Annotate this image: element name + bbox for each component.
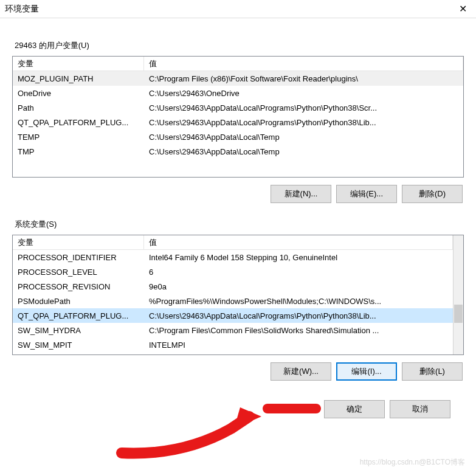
cell-variable: OneDrive xyxy=(13,88,144,99)
cell-value: C:\Program Files (x86)\Foxit Software\Fo… xyxy=(144,73,463,85)
cell-variable: TEMP xyxy=(13,131,144,143)
cell-value: C:\Users\29463\AppData\Local\Programs\Py… xyxy=(144,117,463,128)
user-delete-button[interactable]: 删除(D) xyxy=(402,185,463,203)
close-icon: ✕ xyxy=(459,3,467,15)
table-row[interactable]: PathC:\Users\29463\AppData\Local\Program… xyxy=(13,100,463,115)
cell-variable: PROCESSOR_IDENTIFIER xyxy=(13,252,144,263)
cell-variable: SW_SIM_MPIT xyxy=(13,339,144,351)
cancel-button[interactable]: 取消 xyxy=(390,400,450,418)
cell-variable: PROCESSOR_REVISION xyxy=(13,281,144,292)
user-vars-table: 变量 值 MOZ_PLUGIN_PATHC:\Program Files (x8… xyxy=(12,56,464,178)
close-button[interactable]: ✕ xyxy=(449,0,476,18)
scrollbar-thumb[interactable] xyxy=(454,305,463,323)
table-row[interactable]: SW_SIM_HYDRAC:\Program Files\Common File… xyxy=(13,323,453,337)
table-row[interactable]: QT_QPA_PLATFORM_PLUG...C:\Users\29463\Ap… xyxy=(13,115,463,130)
system-vars-buttons: 新建(W)... 编辑(I)... 删除(L) xyxy=(12,362,464,381)
table-row[interactable]: QT_QPA_PLATFORM_PLUG...C:\Users\29463\Ap… xyxy=(13,308,453,323)
system-vars-table: 变量 值 PROCESSOR_IDENTIFIERIntel64 Family … xyxy=(12,235,464,355)
titlebar: 环境变量 ✕ xyxy=(0,0,476,18)
table-row[interactable]: MOZ_PLUGIN_PATHC:\Program Files (x86)\Fo… xyxy=(13,71,463,86)
system-new-button[interactable]: 新建(W)... xyxy=(271,362,331,381)
user-vars-label: 29463 的用户变量(U) xyxy=(15,40,464,51)
user-vars-buttons: 新建(N)... 编辑(E)... 删除(D) xyxy=(12,185,464,203)
system-delete-button[interactable]: 删除(L) xyxy=(402,362,463,381)
table-row[interactable]: OneDriveC:\Users\29463\OneDrive xyxy=(13,86,463,100)
scrollbar[interactable] xyxy=(453,235,463,354)
column-value[interactable]: 值 xyxy=(144,57,463,71)
cell-value: C:\Program Files\Common Files\SolidWorks… xyxy=(144,325,453,336)
cell-value: C:\Users\29463\AppData\Local\Temp xyxy=(144,146,463,157)
user-new-button[interactable]: 新建(N)... xyxy=(271,185,331,203)
cell-value: INTELMPI xyxy=(144,339,453,351)
dialog-content: 29463 的用户变量(U) 变量 值 MOZ_PLUGIN_PATHC:\Pr… xyxy=(0,18,476,427)
watermark: https://blog.csdn.n@B1CTO博客 xyxy=(360,457,465,468)
user-vars-rows: MOZ_PLUGIN_PATHC:\Program Files (x86)\Fo… xyxy=(13,71,463,159)
cell-value: C:\Users\29463\AppData\Local\Programs\Py… xyxy=(144,102,463,114)
cell-value: C:\Users\29463\OneDrive xyxy=(144,88,463,99)
table-row[interactable]: PROCESSOR_IDENTIFIERIntel64 Family 6 Mod… xyxy=(13,250,453,264)
cell-value: C:\Users\29463\AppData\Local\Programs\Py… xyxy=(144,310,453,322)
cell-variable: MOZ_PLUGIN_PATH xyxy=(13,73,144,85)
cell-variable: Path xyxy=(13,102,144,114)
column-variable[interactable]: 变量 xyxy=(13,57,144,71)
cell-value: 9e0a xyxy=(144,281,453,292)
cell-variable: SW_SIM_HYDRA xyxy=(13,325,144,336)
system-vars-rows: PROCESSOR_IDENTIFIERIntel64 Family 6 Mod… xyxy=(13,250,453,352)
ok-button[interactable]: 确定 xyxy=(324,400,385,418)
table-row[interactable]: PSModulePath%ProgramFiles%\WindowsPowerS… xyxy=(13,294,453,308)
system-vars-label: 系统变量(S) xyxy=(15,219,464,230)
system-edit-button[interactable]: 编辑(I)... xyxy=(336,362,397,381)
user-vars-header: 变量 值 xyxy=(13,57,463,71)
cell-value: 6 xyxy=(144,266,453,278)
table-row[interactable]: SW_SIM_MPITINTELMPI xyxy=(13,337,453,352)
table-row[interactable]: TEMPC:\Users\29463\AppData\Local\Temp xyxy=(13,130,463,144)
dialog-buttons: 确定 取消 xyxy=(12,400,464,418)
user-edit-button[interactable]: 编辑(E)... xyxy=(336,185,397,203)
cell-variable: QT_QPA_PLATFORM_PLUG... xyxy=(13,310,144,322)
cell-value: %ProgramFiles%\WindowsPowerShell\Modules… xyxy=(144,295,453,307)
cell-variable: PSModulePath xyxy=(13,295,144,307)
column-value[interactable]: 值 xyxy=(144,235,453,249)
table-row[interactable]: TMPC:\Users\29463\AppData\Local\Temp xyxy=(13,144,463,159)
cell-variable: PROCESSOR_LEVEL xyxy=(13,266,144,278)
cell-value: Intel64 Family 6 Model 158 Stepping 10, … xyxy=(144,252,453,263)
cell-value: C:\Users\29463\AppData\Local\Temp xyxy=(144,131,463,143)
table-row[interactable]: PROCESSOR_REVISION9e0a xyxy=(13,279,453,294)
system-vars-header: 变量 值 xyxy=(13,235,453,250)
column-variable[interactable]: 变量 xyxy=(13,235,144,249)
cell-variable: QT_QPA_PLATFORM_PLUG... xyxy=(13,117,144,128)
window-title: 环境变量 xyxy=(5,4,39,15)
table-row[interactable]: PROCESSOR_LEVEL6 xyxy=(13,264,453,279)
cell-variable: TMP xyxy=(13,146,144,157)
